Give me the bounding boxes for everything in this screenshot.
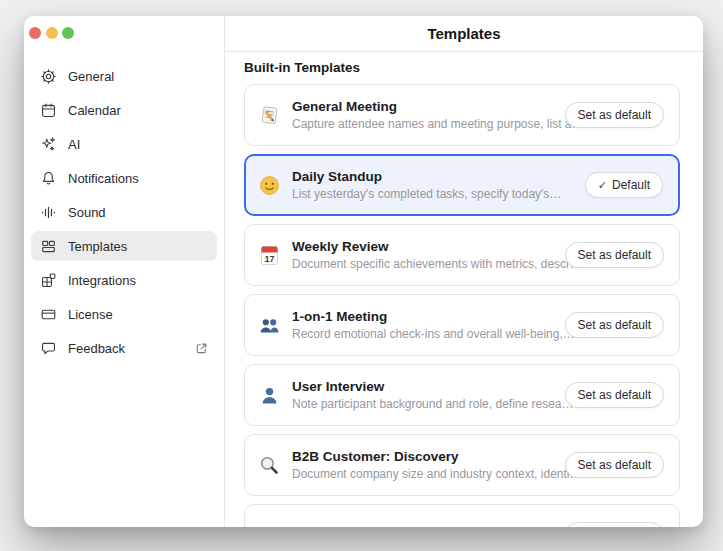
templates-content: Built-in Templates General Meeting Captu…	[225, 52, 703, 527]
template-card-1-on-1-meeting[interactable]: 1-on-1 Meeting Record emotional check-in…	[244, 294, 680, 356]
sidebar-item-templates[interactable]: Templates	[31, 231, 217, 261]
minimize-button[interactable]	[46, 27, 58, 39]
plane-icon	[258, 524, 281, 528]
sidebar-item-calendar[interactable]: Calendar	[31, 95, 217, 125]
template-title: 1-on-1 Meeting	[292, 309, 565, 324]
sidebar-item-label: License	[68, 307, 113, 322]
sidebar-item-label: Templates	[68, 239, 127, 254]
calendar-icon	[40, 102, 57, 119]
set-default-button[interactable]: Set as default	[565, 382, 664, 408]
settings-window: General Calendar AI Notifications Sound …	[24, 16, 703, 527]
close-button[interactable]	[29, 27, 41, 39]
template-description: List yesterday's completed tasks, specif…	[292, 187, 561, 201]
template-title: General Meeting	[292, 99, 565, 114]
two-people-icon	[258, 314, 281, 337]
sidebar-item-feedback[interactable]: Feedback	[31, 333, 217, 363]
calendar-17-icon: 17	[258, 244, 281, 267]
zoom-button[interactable]	[62, 27, 74, 39]
window-header: Templates	[225, 16, 703, 52]
template-title: B2B Customer: Discovery	[292, 449, 565, 464]
sidebar-item-integrations[interactable]: Integrations	[31, 265, 217, 295]
template-title: B2B Customer: Pilot	[292, 526, 423, 527]
template-card-b2b-customer-discovery[interactable]: B2B Customer: Discovery Document company…	[244, 434, 680, 496]
sidebar-item-label: Integrations	[68, 273, 136, 288]
set-default-button[interactable]: Set as default	[565, 242, 664, 268]
template-description: Record emotional check-ins and overall w…	[292, 327, 565, 341]
sidebar-menu: General Calendar AI Notifications Sound …	[24, 61, 224, 367]
sparkles-icon	[40, 136, 57, 153]
sidebar-item-ai[interactable]: AI	[31, 129, 217, 159]
template-title: User Interview	[292, 379, 565, 394]
check-icon: ✓	[598, 179, 607, 192]
template-card-weekly-review[interactable]: 17 Weekly Review Document specific achie…	[244, 224, 680, 286]
set-default-button[interactable]: Set as default	[565, 102, 664, 128]
template-description: Note participant background and role, de…	[292, 397, 565, 411]
sidebar-item-label: Notifications	[68, 171, 139, 186]
sidebar-item-label: Feedback	[68, 341, 125, 356]
magnifier-icon	[258, 454, 281, 477]
waveform-icon	[40, 204, 57, 221]
sidebar-item-general[interactable]: General	[31, 61, 217, 91]
template-card-user-interview[interactable]: User Interview Note participant backgrou…	[244, 364, 680, 426]
person-icon	[258, 384, 281, 407]
feedback-icon	[40, 340, 57, 357]
template-card-b2b-customer-pilot[interactable]: B2B Customer: Pilot Set as default	[244, 504, 680, 527]
svg-text:17: 17	[264, 253, 274, 263]
page-title: Templates	[427, 25, 500, 42]
external-link-icon	[195, 342, 208, 355]
template-card-general-meeting[interactable]: General Meeting Capture attendee names a…	[244, 84, 680, 146]
sidebar-item-notifications[interactable]: Notifications	[31, 163, 217, 193]
template-title: Daily Standup	[292, 169, 561, 184]
traffic-lights	[24, 16, 224, 39]
sidebar-item-label: AI	[68, 137, 80, 152]
memo-icon	[258, 104, 281, 127]
license-icon	[40, 306, 57, 323]
gear-icon	[40, 68, 57, 85]
section-title: Built-in Templates	[244, 60, 703, 75]
sidebar-item-label: General	[68, 69, 114, 84]
smiley-icon	[258, 174, 281, 197]
main-panel: Templates Built-in Templates General Mee…	[225, 16, 703, 527]
set-default-button[interactable]: Set as default	[565, 452, 664, 478]
template-description: Document company size and industry conte…	[292, 467, 565, 481]
sidebar: General Calendar AI Notifications Sound …	[24, 16, 225, 527]
template-description: Document specific achievements with metr…	[292, 257, 565, 271]
template-description: Capture attendee names and meeting purpo…	[292, 117, 565, 131]
template-title: Weekly Review	[292, 239, 565, 254]
template-list: General Meeting Capture attendee names a…	[244, 84, 703, 527]
integrations-icon	[40, 272, 57, 289]
bell-icon	[40, 170, 57, 187]
set-default-button[interactable]: Set as default	[565, 312, 664, 338]
sidebar-item-label: Calendar	[68, 103, 121, 118]
templates-icon	[40, 238, 57, 255]
sidebar-item-sound[interactable]: Sound	[31, 197, 217, 227]
sidebar-item-license[interactable]: License	[31, 299, 217, 329]
sidebar-item-label: Sound	[68, 205, 106, 220]
default-button[interactable]: ✓ Default	[585, 172, 663, 198]
template-card-daily-standup[interactable]: Daily Standup List yesterday's completed…	[244, 154, 680, 216]
set-default-button[interactable]: Set as default	[565, 522, 664, 527]
